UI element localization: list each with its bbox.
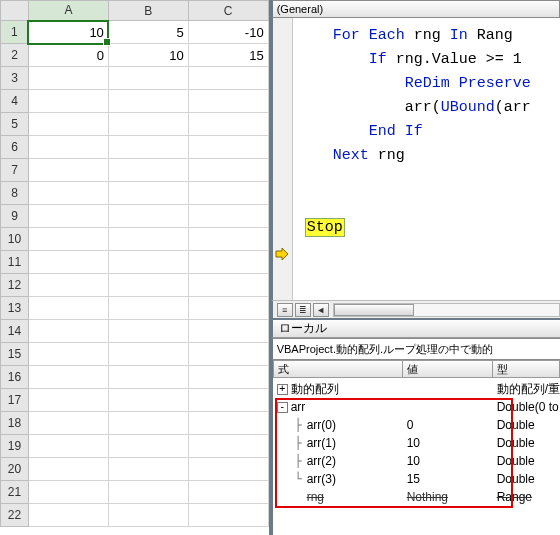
cell[interactable] (108, 90, 188, 113)
cell[interactable] (108, 320, 188, 343)
cell[interactable] (108, 113, 188, 136)
row-header[interactable]: 1 (1, 21, 29, 44)
cell[interactable] (188, 159, 268, 182)
cell[interactable] (108, 435, 188, 458)
cell[interactable] (188, 320, 268, 343)
cell[interactable] (28, 366, 108, 389)
cell[interactable] (28, 90, 108, 113)
cell[interactable] (188, 182, 268, 205)
locals-row[interactable]: -arr Double(0 to (273, 398, 560, 416)
row-header[interactable]: 11 (1, 251, 29, 274)
cell[interactable] (188, 389, 268, 412)
cell[interactable] (188, 343, 268, 366)
cell[interactable] (28, 113, 108, 136)
cell[interactable] (108, 343, 188, 366)
cell-a2[interactable]: 0 (28, 44, 108, 67)
cell[interactable] (108, 297, 188, 320)
locals-row[interactable]: └arr(3) 15 Double (273, 470, 560, 488)
cell[interactable] (28, 389, 108, 412)
row-header[interactable]: 18 (1, 412, 29, 435)
row-header[interactable]: 17 (1, 389, 29, 412)
row-header[interactable]: 19 (1, 435, 29, 458)
row-header[interactable]: 15 (1, 343, 29, 366)
cell[interactable] (188, 297, 268, 320)
cell-a1[interactable]: 10 (28, 21, 108, 44)
cell[interactable] (188, 481, 268, 504)
row-header[interactable]: 6 (1, 136, 29, 159)
cell[interactable] (28, 274, 108, 297)
row-header[interactable]: 10 (1, 228, 29, 251)
cell[interactable] (188, 136, 268, 159)
expand-icon[interactable]: + (277, 384, 288, 395)
cell[interactable] (188, 251, 268, 274)
cell[interactable] (188, 366, 268, 389)
select-all-corner[interactable] (1, 1, 29, 21)
row-header[interactable]: 5 (1, 113, 29, 136)
scroll-track[interactable] (333, 303, 560, 317)
cell[interactable] (28, 159, 108, 182)
locals-context-path[interactable]: VBAProject.動的配列.ループ処理の中で動的 (271, 338, 560, 360)
cell[interactable] (188, 435, 268, 458)
cell[interactable] (28, 504, 108, 527)
locals-row[interactable]: ├arr(0) 0 Double (273, 416, 560, 434)
locals-header-val[interactable]: 値 (403, 360, 493, 378)
cell[interactable] (108, 159, 188, 182)
cell[interactable] (108, 136, 188, 159)
view-full-module-button[interactable]: ≡ (277, 303, 293, 317)
collapse-icon[interactable]: - (277, 402, 288, 413)
cell[interactable] (28, 320, 108, 343)
cell[interactable] (108, 205, 188, 228)
locals-row[interactable]: +動的配列 動的配列/重 (273, 380, 560, 398)
column-header-a[interactable]: A (28, 1, 108, 21)
cell[interactable] (28, 458, 108, 481)
cell[interactable] (188, 228, 268, 251)
cell[interactable] (108, 458, 188, 481)
cell[interactable] (188, 458, 268, 481)
cell[interactable] (188, 67, 268, 90)
worksheet-grid[interactable]: A B C 1 10 5 -10 2 0 10 15 3 (0, 0, 269, 527)
row-header[interactable]: 16 (1, 366, 29, 389)
row-header[interactable]: 21 (1, 481, 29, 504)
row-header[interactable]: 3 (1, 67, 29, 90)
row-header[interactable]: 12 (1, 274, 29, 297)
cell[interactable] (108, 481, 188, 504)
row-header[interactable]: 2 (1, 44, 29, 67)
row-header[interactable]: 20 (1, 458, 29, 481)
scroll-thumb[interactable] (334, 304, 414, 316)
code-hscrollbar[interactable]: ≡ ≣ ◄ (271, 300, 560, 318)
cell[interactable] (108, 67, 188, 90)
cell[interactable] (108, 182, 188, 205)
cell[interactable] (108, 504, 188, 527)
code-editor[interactable]: For Each rng In Rang If rng.Value >= 1 R… (271, 18, 560, 300)
row-header[interactable]: 7 (1, 159, 29, 182)
locals-row[interactable]: rng Nothing Range (273, 488, 560, 506)
cell-b1[interactable]: 5 (108, 21, 188, 44)
cell[interactable] (28, 412, 108, 435)
cell[interactable] (28, 435, 108, 458)
column-header-b[interactable]: B (108, 1, 188, 21)
scroll-left-button[interactable]: ◄ (313, 303, 329, 317)
cell[interactable] (28, 136, 108, 159)
cell[interactable] (188, 90, 268, 113)
cell[interactable] (108, 389, 188, 412)
cell[interactable] (188, 274, 268, 297)
cell-c2[interactable]: 15 (188, 44, 268, 67)
cell[interactable] (188, 504, 268, 527)
procedure-dropdown[interactable]: (General) (271, 0, 560, 18)
column-header-c[interactable]: C (188, 1, 268, 21)
row-header[interactable]: 9 (1, 205, 29, 228)
cell[interactable] (28, 481, 108, 504)
cell[interactable] (188, 205, 268, 228)
locals-header-type[interactable]: 型 (493, 360, 560, 378)
row-header[interactable]: 14 (1, 320, 29, 343)
cell[interactable] (188, 412, 268, 435)
row-header[interactable]: 13 (1, 297, 29, 320)
view-procedure-button[interactable]: ≣ (295, 303, 311, 317)
cell[interactable] (108, 366, 188, 389)
locals-header-expr[interactable]: 式 (273, 360, 403, 378)
cell[interactable] (28, 297, 108, 320)
code-text[interactable]: For Each rng In Rang If rng.Value >= 1 R… (293, 18, 560, 300)
row-header[interactable]: 22 (1, 504, 29, 527)
locals-row[interactable]: ├arr(1) 10 Double (273, 434, 560, 452)
cell[interactable] (108, 274, 188, 297)
